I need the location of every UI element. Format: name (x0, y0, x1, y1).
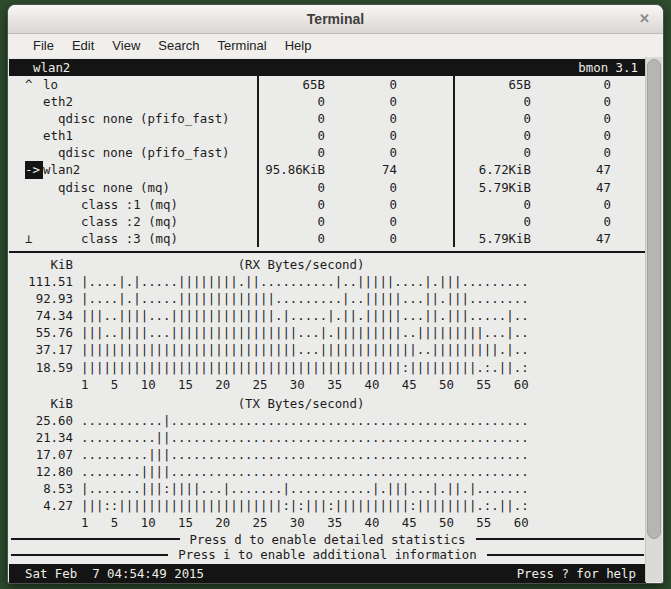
graph-line: KiB (RX Bytes/second) (9, 256, 646, 273)
close-icon[interactable]: ✕ (639, 5, 650, 33)
tx-rate: 5.79KiB (455, 230, 531, 247)
notice-line-right (487, 554, 644, 556)
bmon-status-bar: Sat Feb 7 04:54:49 2015 Press ? for help (9, 564, 646, 583)
bmon-version: bmon 3.1 (578, 59, 638, 76)
tx-packets: 0 (531, 127, 611, 144)
interface-name-cell: ^lo (9, 76, 257, 93)
rx-packets: 0 (325, 93, 397, 110)
graph-y-label: 8.53 (25, 480, 73, 497)
graph-y-label: 111.51 (25, 273, 73, 290)
table-row[interactable]: eth10000 (9, 127, 646, 144)
menu-file[interactable]: File (24, 37, 63, 54)
menu-help[interactable]: Help (276, 37, 321, 54)
rx-packets: 0 (325, 144, 397, 161)
row-indicator: -> (25, 161, 43, 178)
graph-y-label: 37.17 (25, 341, 73, 358)
graph-y-label: 17.07 (25, 446, 73, 463)
interface-name: eth2 (43, 93, 73, 110)
tx-packets: 47 (531, 179, 611, 196)
rx-rate: 0 (259, 196, 325, 213)
graph-y-label: 18.59 (25, 359, 73, 376)
table-row[interactable]: class :1 (mq)0000 (9, 196, 646, 213)
table-row[interactable]: ^lo65B065B0 (9, 76, 646, 93)
row-indicator (25, 179, 43, 196)
rx-group: 65B0 (257, 76, 453, 93)
rx-packets: 0 (325, 196, 397, 213)
graph-y-label: 25.60 (25, 412, 73, 429)
graph-bars: |....|.|.....|||||||||||||.........|..||… (81, 290, 529, 307)
table-row[interactable]: eth20000 (9, 93, 646, 110)
tx-group: 00 (453, 110, 646, 127)
tx-packets: 0 (531, 110, 611, 127)
notice-line-right (476, 538, 645, 540)
terminal-window: Terminal ✕ FileEditViewSearchTerminalHel… (7, 4, 664, 584)
row-indicator: ^ (25, 76, 43, 93)
interface-name: class :2 (mq) (43, 213, 178, 230)
tx-group: 5.79KiB47 (453, 179, 646, 196)
graph-y-label (25, 376, 73, 393)
graph-title: (TX Bytes/second) (81, 395, 364, 412)
graph-bars: |....|.|.....||||||||.||..........|..|||… (81, 273, 529, 290)
scrollbar[interactable] (645, 57, 662, 582)
table-row[interactable]: class :2 (mq)0000 (9, 213, 646, 230)
table-row[interactable]: qdisc none (mq)005.79KiB47 (9, 179, 646, 196)
interface-name: lo (43, 76, 58, 93)
interface-name-cell: class :2 (mq) (9, 213, 257, 230)
notice-line-left (11, 538, 180, 540)
rx-rate: 0 (259, 179, 325, 196)
table-row[interactable]: qdisc none (pfifo_fast)0000 (9, 144, 646, 161)
graph-bars: ........||||............................… (81, 463, 529, 480)
graph-line: 74.34|||..||||...||||||||||||||.|.....|.… (9, 307, 646, 324)
graph-line: 21.34..........||.......................… (9, 429, 646, 446)
interface-name-cell: qdisc none (pfifo_fast) (9, 144, 257, 161)
tx-group: 00 (453, 213, 646, 230)
graph-y-label: 92.93 (25, 290, 73, 307)
graph-line: 1 5 10 15 20 25 30 35 40 45 50 55 60 (9, 376, 646, 393)
interface-name: qdisc none (pfifo_fast) (43, 144, 230, 161)
interface-name-cell: ⊥class :3 (mq) (9, 230, 257, 247)
graph-bars: |.......|||:||||...|.......|...........|… (81, 480, 529, 497)
menubar: FileEditViewSearchTerminalHelp (8, 34, 663, 57)
graph-line: 12.80........||||.......................… (9, 463, 646, 480)
graph-line: 17.07.........|||.......................… (9, 446, 646, 463)
rx-packets: 0 (325, 230, 397, 247)
graph-line: 4.27|||::||||||||||||||||||||||:|:|||:||… (9, 497, 646, 514)
tx-rate: 0 (455, 93, 531, 110)
scrollbar-thumb[interactable] (647, 59, 661, 539)
interface-name: qdisc none (mq) (43, 179, 170, 196)
tx-group: 00 (453, 127, 646, 144)
tx-group: 5.79KiB47 (453, 230, 646, 247)
rx-packets: 0 (325, 110, 397, 127)
tx-packets: 0 (531, 93, 611, 110)
graph-bars: |||..||||...||||||||||||||.|.....|.||.||… (81, 307, 529, 324)
table-row[interactable]: ⊥class :3 (mq)005.79KiB47 (9, 230, 646, 247)
menu-search[interactable]: Search (149, 37, 208, 54)
window-title: Terminal (307, 11, 364, 27)
graph-line: 1 5 10 15 20 25 30 35 40 45 50 55 60 (9, 514, 646, 531)
tx-group: 65B0 (453, 76, 646, 93)
tx-packets: 0 (531, 213, 611, 230)
bmon-selected-interface: wlan2 (33, 59, 70, 76)
tx-group: 00 (453, 196, 646, 213)
bmon-screen: wlan2 bmon 3.1 ^lo65B065B0eth20000qdisc … (9, 57, 646, 582)
graph-bars: ..........||............................… (81, 429, 529, 446)
table-row[interactable]: ->wlan295.86KiB746.72KiB47 (9, 161, 646, 178)
graph-line: 8.53|.......|||:||||...|.......|........… (9, 480, 646, 497)
tx-packets: 47 (531, 230, 611, 247)
interface-name-cell: eth2 (9, 93, 257, 110)
notice-text: Press i to enable additional information (168, 547, 486, 562)
graph-x-axis: 1 5 10 15 20 25 30 35 40 45 50 55 60 (81, 514, 529, 531)
graph-bars: |||..||||...|||||||||||||||||...|.||||||… (81, 324, 529, 341)
table-row[interactable]: qdisc none (pfifo_fast)0000 (9, 110, 646, 127)
graph-y-label: 21.34 (25, 429, 73, 446)
menu-terminal[interactable]: Terminal (209, 37, 276, 54)
row-indicator: ⊥ (25, 230, 43, 247)
rx-packets: 0 (325, 179, 397, 196)
tx-group: 6.72KiB47 (453, 161, 646, 178)
interface-name-cell: ->wlan2 (9, 161, 257, 178)
rx-packets: 0 (325, 76, 397, 93)
titlebar[interactable]: Terminal ✕ (8, 5, 663, 34)
terminal-viewport[interactable]: wlan2 bmon 3.1 ^lo65B065B0eth20000qdisc … (9, 57, 662, 582)
menu-view[interactable]: View (103, 37, 149, 54)
menu-edit[interactable]: Edit (63, 37, 103, 54)
